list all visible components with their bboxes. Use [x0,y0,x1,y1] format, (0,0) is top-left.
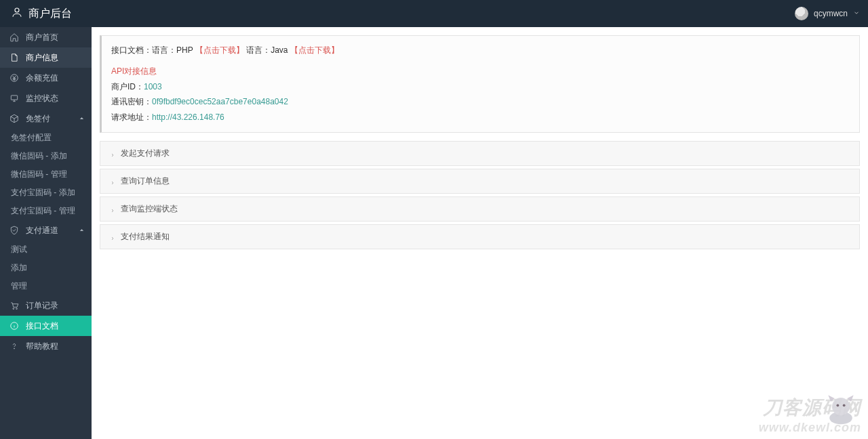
api-info-panel: 接口文档：语言：PHP 【点击下载】 语言：Java 【点击下载】 API对接信… [100,35,860,133]
sidebar-subitem-5-2[interactable]: 管理 [0,277,92,295]
cube-icon [9,114,19,123]
sidebar-item-label: 监控状态 [26,93,58,104]
doc-lang-php: 接口文档：语言：PHP [111,45,193,55]
sidebar-item-label: 接口文档 [26,320,58,332]
info-icon [9,321,19,331]
topbar: 商户后台 qcymwcn [0,0,868,27]
sidebar-item-5[interactable]: 支付通道 [0,220,92,241]
caret-up-icon [79,226,85,235]
request-url-label: 请求地址： [111,112,152,122]
secret-value: 0f9fbdf9ec0cec52aa7cbe7e0a48a042 [152,97,288,106]
brand-title: 商户后台 [28,7,72,21]
sidebar-subitem-4-0[interactable]: 免签付配置 [0,129,92,147]
sidebar-item-label: 商户信息 [26,52,58,64]
sidebar-item-2[interactable]: 余额充值 [0,68,92,88]
avatar [795,7,808,20]
help-icon [9,341,19,351]
sidebar-item-0[interactable]: 商户首页 [0,27,92,47]
yen-icon [9,73,19,83]
sidebar-item-8[interactable]: 帮助教程 [0,336,92,356]
svg-point-6 [14,348,15,349]
caret-up-icon [79,114,85,123]
svg-rect-2 [11,96,17,100]
accordion-item-label: 发起支付请求 [121,148,170,159]
chevron-right-icon [110,150,115,156]
download-java-link[interactable]: 【点击下载】 [290,45,339,55]
sidebar-item-7[interactable]: 接口文档 [0,316,92,336]
sidebar-subitem-4-1[interactable]: 微信固码 - 添加 [0,147,92,165]
request-url-row: 请求地址：http://43.226.148.76 [111,110,850,125]
cart-icon [9,301,19,310]
chevron-right-icon [110,234,115,239]
sidebar-item-label: 免签付 [26,113,50,125]
svg-point-4 [16,308,18,310]
download-php-link[interactable]: 【点击下载】 [195,45,244,55]
home-icon [9,33,19,42]
sidebar-item-label: 支付通道 [26,225,58,236]
merchant-id-value: 1003 [144,82,162,91]
accordion-item-1[interactable]: 查询订单信息 [100,169,860,194]
sidebar-item-1[interactable]: 商户信息 [0,47,92,68]
shield-icon [9,226,19,235]
merchant-id-row: 商户ID：1003 [111,79,850,95]
accordion-item-3[interactable]: 支付结果通知 [100,224,860,249]
svg-point-0 [15,8,19,12]
api-accordion: 发起支付请求查询订单信息查询监控端状态支付结果通知 [100,141,860,249]
sidebar-subitem-5-0[interactable]: 测试 [0,241,92,259]
sidebar-subitem-4-2[interactable]: 微信固码 - 管理 [0,165,92,184]
sidebar-item-label: 订单记录 [26,300,58,312]
main-content: 接口文档：语言：PHP 【点击下载】 语言：Java 【点击下载】 API对接信… [92,27,868,439]
sidebar-item-3[interactable]: 监控状态 [0,88,92,108]
sidebar-item-4[interactable]: 免签付 [0,108,92,129]
doc-download-row: 接口文档：语言：PHP 【点击下载】 语言：Java 【点击下载】 [111,43,850,58]
chevron-right-icon [110,178,115,184]
brand: 商户后台 [11,6,72,21]
accordion-item-0[interactable]: 发起支付请求 [100,141,860,166]
accordion-item-2[interactable]: 查询监控端状态 [100,196,860,222]
sidebar-item-6[interactable]: 订单记录 [0,295,92,316]
accordion-item-label: 查询订单信息 [121,175,170,187]
svg-point-3 [13,308,14,310]
accordion-item-label: 查询监控端状态 [121,203,178,215]
secret-row: 通讯密钥：0f9fbdf9ec0cec52aa7cbe7e0a48a042 [111,94,850,110]
doc-icon [9,53,19,62]
sidebar-subitem-4-3[interactable]: 支付宝固码 - 添加 [0,184,92,202]
sidebar-item-label: 余额充值 [26,72,58,84]
merchant-id-label: 商户ID： [111,82,144,91]
api-section-title: API对接信息 [111,64,850,79]
accordion-item-label: 支付结果通知 [121,231,170,243]
request-url-link[interactable]: http://43.226.148.76 [152,112,224,122]
chevron-down-icon [853,9,860,18]
sidebar-item-label: 商户首页 [26,32,58,43]
user-outline-icon [11,6,23,21]
monitor-icon [9,93,19,103]
username: qcymwcn [814,9,848,18]
sidebar-subitem-4-4[interactable]: 支付宝固码 - 管理 [0,202,92,220]
doc-lang-java: 语言：Java [246,45,288,55]
secret-label: 通讯密钥： [111,97,152,106]
sidebar-item-label: 帮助教程 [26,341,58,352]
sidebar: 商户首页商户信息余额充值监控状态免签付免签付配置微信固码 - 添加微信固码 - … [0,27,92,439]
user-menu[interactable]: qcymwcn [795,7,860,20]
sidebar-subitem-5-1[interactable]: 添加 [0,259,92,277]
chevron-right-icon [110,206,115,211]
